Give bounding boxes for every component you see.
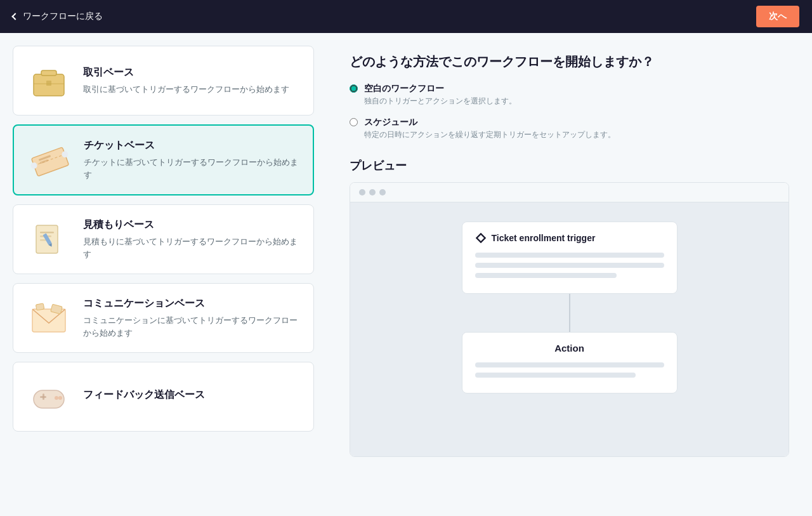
svg-point-20 — [55, 396, 58, 400]
preview-container: Ticket enrollment trigger Action — [350, 182, 789, 457]
deal-title: 取引ベース — [83, 66, 289, 79]
blank-workflow-label: 空白のワークフロー — [364, 83, 516, 95]
estimate-card-text: 見積もりベース 見積もりに基づいてトリガーするワークフローから始めます — [83, 218, 301, 260]
main-layout: 取引ベース 取引に基づいてトリガーするワークフローから始めます — [0, 33, 812, 516]
feedback-icon — [26, 374, 72, 420]
trigger-placeholder-2 — [475, 263, 664, 268]
trigger-icon — [475, 232, 487, 244]
schedule-workflow-text: スケジュール 特定の日時にアクションを繰り返す定期トリガーをセットアップします。 — [364, 117, 615, 140]
svg-rect-23 — [43, 394, 44, 400]
next-button[interactable]: 次へ — [756, 6, 799, 27]
svg-rect-4 — [31, 147, 69, 176]
card-ticket[interactable]: チケットベース チケットに基づいてトリガーするワークフローから始めます — [13, 124, 314, 195]
deal-desc: 取引に基づいてトリガーするワークフローから始めます — [83, 83, 289, 96]
estimate-icon — [26, 216, 72, 262]
communication-icon — [26, 295, 72, 341]
schedule-workflow-radio[interactable] — [350, 118, 358, 126]
schedule-workflow-label: スケジュール — [364, 117, 615, 128]
card-deal[interactable]: 取引ベース 取引に基づいてトリガーするワークフローから始めます — [13, 46, 314, 116]
svg-rect-11 — [40, 232, 54, 234]
deal-icon — [26, 58, 72, 103]
ticket-card-text: チケットベース チケットに基づいてトリガーするワークフローから始めます — [84, 139, 300, 181]
trigger-header: Ticket enrollment trigger — [475, 232, 664, 244]
dot-3 — [379, 189, 386, 195]
trigger-placeholder-3 — [475, 273, 617, 278]
ticket-icon — [27, 137, 72, 183]
feedback-card-text: フィードバック送信ベース — [83, 388, 205, 406]
svg-rect-18 — [36, 303, 44, 310]
deal-card-text: 取引ベース 取引に基づいてトリガーするワークフローから始めます — [83, 66, 289, 96]
estimate-desc: 見積もりに基づいてトリガーするワークフローから始めます — [83, 235, 301, 260]
trigger-placeholder-1 — [475, 253, 664, 258]
action-card-title: Action — [475, 343, 664, 354]
blank-workflow-desc: 独自のトリガーとアクションを選択します。 — [364, 96, 516, 107]
ticket-title: チケットベース — [84, 139, 300, 152]
preview-section-title: プレビュー — [350, 158, 789, 173]
schedule-workflow-desc: 特定の日時にアクションを繰り返す定期トリガーをセットアップします。 — [364, 129, 615, 140]
trigger-label: Ticket enrollment trigger — [492, 233, 596, 243]
action-card: Action — [462, 332, 678, 394]
workflow-type-radio-group: 空白のワークフロー 独自のトリガーとアクションを選択します。 スケジュール 特定… — [350, 83, 789, 140]
svg-rect-3 — [46, 81, 51, 86]
dot-1 — [359, 189, 365, 195]
card-feedback[interactable]: フィードバック送信ベース — [13, 362, 314, 432]
communication-card-text: コミュニケーションベース コミュニケーションに基づいてトリガーするワークフローか… — [83, 297, 301, 339]
preview-content: Ticket enrollment trigger Action — [350, 202, 789, 456]
blank-workflow-text: 空白のワークフロー 独自のトリガーとアクションを選択します。 — [364, 83, 516, 107]
action-placeholder-1 — [475, 362, 664, 367]
communication-desc: コミュニケーションに基づいてトリガーするワークフローから始めます — [83, 314, 301, 339]
ticket-desc: チケットに基づいてトリガーするワークフローから始めます — [84, 156, 300, 181]
trigger-card: Ticket enrollment trigger — [462, 222, 678, 294]
radio-blank-workflow[interactable]: 空白のワークフロー 独自のトリガーとアクションを選択します。 — [350, 83, 789, 107]
blank-workflow-radio[interactable] — [350, 84, 358, 93]
feedback-title: フィードバック送信ベース — [83, 388, 205, 402]
estimate-title: 見積もりベース — [83, 218, 301, 232]
back-chevron-icon — [11, 13, 18, 20]
action-placeholder-2 — [475, 373, 636, 378]
back-button[interactable]: ワークフローに戻る — [13, 11, 103, 22]
top-navigation: ワークフローに戻る 次へ — [0, 0, 812, 33]
card-estimate[interactable]: 見積もりベース 見積もりに基づいてトリガーするワークフローから始めます — [13, 204, 314, 274]
card-communication[interactable]: コミュニケーションベース コミュニケーションに基づいてトリガーするワークフローか… — [13, 283, 314, 353]
communication-title: コミュニケーションベース — [83, 297, 301, 310]
radio-schedule-workflow[interactable]: スケジュール 特定の日時にアクションを繰り返す定期トリガーをセットアップします。 — [350, 117, 789, 140]
svg-rect-1 — [41, 70, 56, 76]
back-label: ワークフローに戻る — [23, 11, 103, 22]
right-panel: どのような方法でこのワークフローを開始しますか？ 空白のワークフロー 独自のトリ… — [327, 33, 812, 516]
connector-line — [569, 294, 570, 332]
workflow-question: どのような方法でこのワークフローを開始しますか？ — [350, 53, 789, 70]
svg-point-21 — [58, 396, 62, 400]
preview-titlebar — [350, 183, 789, 202]
left-panel: 取引ベース 取引に基づいてトリガーするワークフローから始めます — [0, 33, 327, 516]
dot-2 — [369, 189, 376, 195]
